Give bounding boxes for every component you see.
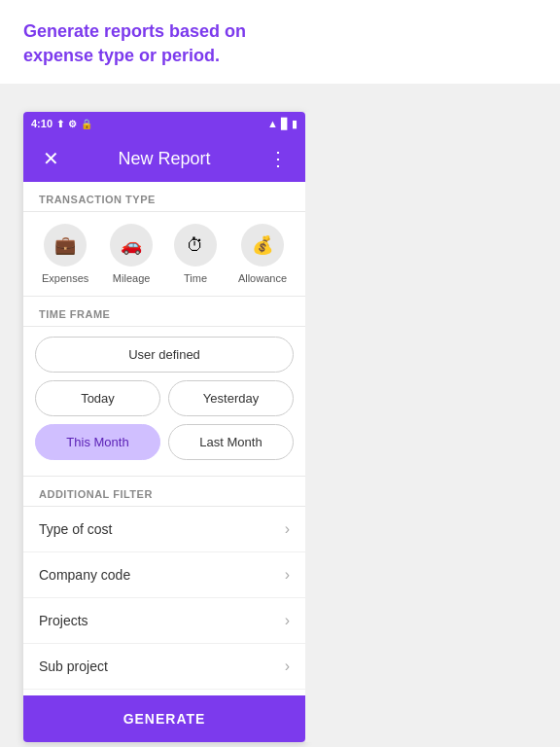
- yesterday-button[interactable]: Yesterday: [168, 380, 294, 416]
- usb-icon: ⬆: [56, 119, 64, 129]
- last-month-button[interactable]: Last Month: [168, 424, 294, 460]
- user-defined-button[interactable]: User defined: [35, 337, 294, 373]
- right-panel: [305, 112, 560, 742]
- transaction-type-selector: 💼 Expenses 🚗 Mileage ⏱ Time 💰 Allowance: [23, 212, 305, 297]
- battery-icon: ▮: [292, 118, 298, 130]
- timeframe-row-1: Today Yesterday: [35, 380, 294, 416]
- more-options-button[interactable]: ⋮: [262, 147, 294, 170]
- chevron-right-icon: ›: [285, 520, 290, 538]
- generate-button[interactable]: GENERATE: [23, 695, 305, 742]
- transaction-type-label: TRANSACTION TYPE: [23, 182, 305, 212]
- page-title: Generate reports based on expense type o…: [23, 19, 537, 68]
- sub-project-label: Sub project: [39, 658, 108, 674]
- filter-sub-project[interactable]: Sub project ›: [23, 644, 305, 690]
- status-bar-right: ▲ ▊ ▮: [267, 118, 298, 130]
- app-bar-title: New Report: [66, 149, 262, 169]
- allowance-label: Allowance: [238, 272, 287, 284]
- today-button[interactable]: Today: [35, 380, 160, 416]
- time-display: 4:10: [31, 118, 52, 129]
- content-area: TRANSACTION TYPE 💼 Expenses 🚗 Mileage ⏱ …: [23, 182, 305, 742]
- time-frame-section: TIME FRAME User defined Today Yesterday …: [23, 297, 305, 477]
- mileage-label: Mileage: [113, 272, 151, 284]
- allowance-icon: 💰: [241, 224, 284, 267]
- close-button[interactable]: ✕: [35, 147, 66, 170]
- tx-type-mileage[interactable]: 🚗 Mileage: [110, 224, 153, 284]
- settings-icon: ⚙: [68, 119, 77, 129]
- status-bar-left: 4:10 ⬆ ⚙ 🔒: [31, 118, 92, 129]
- additional-filter-label: ADDITIONAL FILTER: [23, 477, 305, 507]
- this-month-button[interactable]: This Month: [35, 424, 160, 460]
- app-bar: ✕ New Report ⋮: [23, 135, 305, 182]
- chevron-right-icon: ›: [285, 566, 290, 584]
- chevron-right-icon: ›: [285, 612, 290, 629]
- filter-type-of-cost[interactable]: Type of cost ›: [23, 507, 305, 552]
- company-code-label: Company code: [39, 567, 130, 583]
- projects-label: Projects: [39, 613, 88, 628]
- mileage-icon: 🚗: [110, 224, 153, 267]
- chevron-right-icon: ›: [285, 658, 290, 675]
- tx-type-expenses[interactable]: 💼 Expenses: [42, 224, 88, 284]
- timeframe-buttons: User defined Today Yesterday This Month …: [23, 327, 305, 464]
- type-of-cost-label: Type of cost: [39, 521, 112, 537]
- page-header: Generate reports based on expense type o…: [0, 0, 560, 84]
- lock-icon: 🔒: [81, 119, 92, 129]
- highlight-text: Generate reports: [23, 21, 164, 41]
- time-icon: ⏱: [174, 224, 217, 267]
- expenses-icon: 💼: [44, 224, 87, 267]
- tx-type-time[interactable]: ⏱ Time: [174, 224, 217, 284]
- phone-frame: 4:10 ⬆ ⚙ 🔒 ▲ ▊ ▮ ✕ New Report ⋮ TRANSACT…: [23, 112, 305, 742]
- signal-icon: ▊: [281, 118, 289, 130]
- wifi-icon: ▲: [267, 118, 278, 129]
- time-label: Time: [184, 272, 207, 284]
- filter-projects[interactable]: Projects ›: [23, 598, 305, 644]
- tx-type-allowance[interactable]: 💰 Allowance: [238, 224, 287, 284]
- filter-company-code[interactable]: Company code ›: [23, 552, 305, 598]
- status-bar: 4:10 ⬆ ⚙ 🔒 ▲ ▊ ▮: [23, 112, 305, 135]
- expenses-label: Expenses: [42, 272, 88, 284]
- time-frame-label: TIME FRAME: [23, 297, 305, 327]
- timeframe-row-2: This Month Last Month: [35, 424, 294, 460]
